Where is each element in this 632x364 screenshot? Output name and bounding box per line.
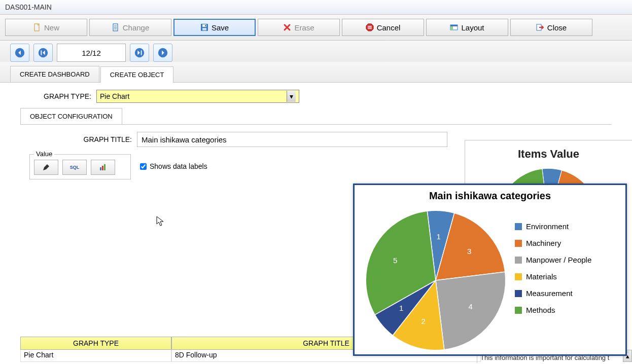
graph-title-input[interactable] <box>137 132 447 147</box>
save-icon <box>200 23 208 31</box>
pie-data-label: 1 <box>437 232 441 241</box>
graph-title-label: GRAPH TITLE: <box>20 135 132 143</box>
cancel-button[interactable]: Cancel <box>342 19 424 36</box>
close-icon <box>536 23 544 31</box>
legend-label: Manpower / People <box>526 256 591 264</box>
layout-button-label: Layout <box>461 23 484 32</box>
svg-rect-16 <box>450 25 458 26</box>
legend-item: Machinery <box>515 239 620 247</box>
grid-cell: Pie Chart <box>20 350 171 362</box>
svg-rect-25 <box>100 167 101 170</box>
record-nav: 12/12 <box>0 41 632 62</box>
svg-rect-7 <box>202 28 206 30</box>
legend-label: Materials <box>526 272 557 281</box>
document-icon <box>112 23 120 31</box>
preview-header: Items Value <box>465 148 632 161</box>
svg-rect-17 <box>450 26 453 30</box>
change-button[interactable]: Change <box>89 19 171 36</box>
main-toolbar: New Change Save Erase Cancel Layout Clos… <box>0 15 632 41</box>
inner-tabs: OBJECT CONFIGURATION <box>20 108 612 125</box>
new-button-label: New <box>44 23 59 32</box>
legend-label: Environment <box>526 222 569 231</box>
pie-data-label: 4 <box>469 302 473 311</box>
chart-title: Main ishikawa categories <box>355 190 625 202</box>
stop-icon <box>366 23 374 31</box>
cancel-button-label: Cancel <box>377 23 401 32</box>
window-title: DAS001-MAIN <box>0 0 632 15</box>
legend-item: Materials <box>515 272 620 281</box>
tab-create-dashboard[interactable]: CREATE DASHBOARD <box>10 66 99 82</box>
svg-rect-26 <box>102 166 103 170</box>
legend-swatch <box>515 223 522 230</box>
legend-item: Methods <box>515 306 620 314</box>
legend-label: Measurement <box>526 289 573 298</box>
legend-label: Machinery <box>526 239 561 247</box>
value-sql-button[interactable]: SQL <box>62 160 87 175</box>
save-button[interactable]: Save <box>173 19 256 36</box>
value-edit-button[interactable] <box>34 160 58 175</box>
pie-data-label: 5 <box>393 256 397 265</box>
preview-panel: Items Value <box>465 140 632 186</box>
main-tabs: CREATE DASHBOARD CREATE OBJECT <box>0 62 632 83</box>
svg-rect-8 <box>205 25 206 26</box>
legend-item: Environment <box>515 222 620 231</box>
pie-chart: 134215 <box>360 207 512 354</box>
nav-last-button[interactable] <box>130 44 149 62</box>
legend-item: Manpower / People <box>515 256 620 264</box>
pie-data-label: 2 <box>421 317 425 325</box>
legend-swatch <box>515 240 522 247</box>
cursor-icon <box>156 216 165 227</box>
chart-legend: EnvironmentMachineryManpower / PeopleMat… <box>512 207 620 354</box>
close-button[interactable]: Close <box>510 19 592 36</box>
pie-data-label: 3 <box>467 247 471 256</box>
graph-type-value: Pie Chart <box>100 92 129 100</box>
page-indicator: 12/12 <box>57 44 126 62</box>
change-button-label: Change <box>123 23 150 32</box>
legend-swatch <box>515 273 522 280</box>
save-button-label: Save <box>212 23 229 32</box>
sql-label: SQL <box>70 165 80 170</box>
svg-rect-27 <box>104 164 106 170</box>
erase-button-label: Erase <box>294 23 314 32</box>
graph-type-select[interactable]: Pie Chart ▾ <box>96 90 299 103</box>
nav-next-button[interactable] <box>153 44 172 62</box>
chart-preview-overlay: Main ishikawa categories 134215 Environm… <box>353 184 627 356</box>
shows-data-labels-checkbox[interactable] <box>140 163 147 170</box>
close-button-label: Close <box>547 23 567 32</box>
tab-create-object[interactable]: CREATE OBJECT <box>100 66 174 83</box>
value-chart-button[interactable] <box>91 160 115 175</box>
svg-rect-23 <box>141 50 142 55</box>
value-legend: Value <box>34 150 54 158</box>
preview-mini-chart <box>495 166 602 186</box>
svg-rect-21 <box>41 50 42 55</box>
legend-label: Methods <box>526 306 555 314</box>
legend-swatch <box>515 290 522 297</box>
erase-button[interactable]: Erase <box>258 19 340 36</box>
grid-header-graph-type[interactable]: GRAPH TYPE <box>20 337 171 350</box>
value-fieldset: Value SQL <box>29 154 131 179</box>
dropdown-arrow-icon: ▾ <box>287 91 296 102</box>
layout-icon <box>450 23 458 31</box>
nav-prev-button[interactable] <box>10 44 29 62</box>
tab-object-configuration[interactable]: OBJECT CONFIGURATION <box>20 108 122 124</box>
shows-data-labels-label: Shows data labels <box>150 162 207 170</box>
pie-data-label: 1 <box>399 304 403 312</box>
layout-button[interactable]: Layout <box>426 19 508 36</box>
legend-swatch <box>515 257 522 264</box>
erase-icon <box>283 23 291 31</box>
nav-first-button[interactable] <box>33 44 53 62</box>
graph-type-label: GRAPH TYPE: <box>20 92 91 100</box>
legend-item: Measurement <box>515 289 620 298</box>
new-button[interactable]: New <box>5 19 87 36</box>
new-icon <box>33 23 41 31</box>
legend-swatch <box>515 307 522 314</box>
